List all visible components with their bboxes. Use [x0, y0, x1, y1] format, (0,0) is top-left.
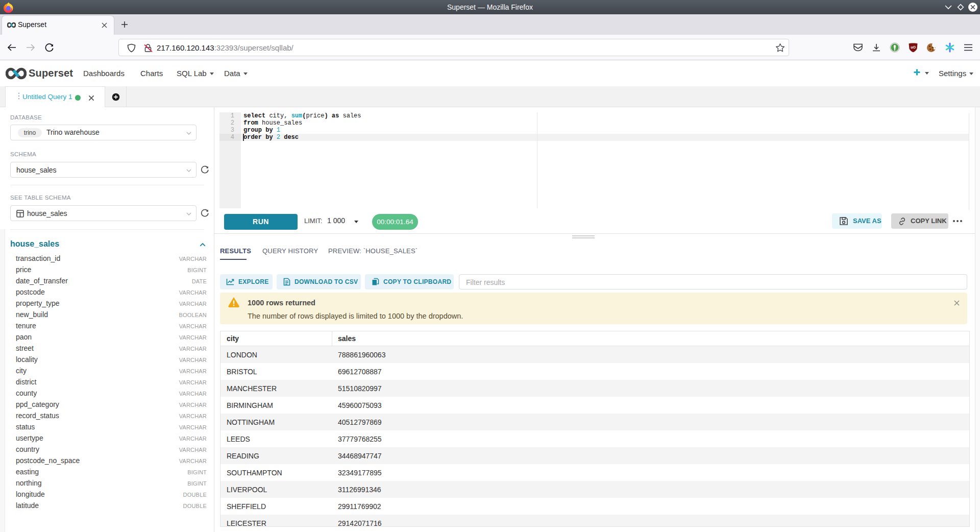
svg-text:uO: uO: [911, 45, 916, 49]
